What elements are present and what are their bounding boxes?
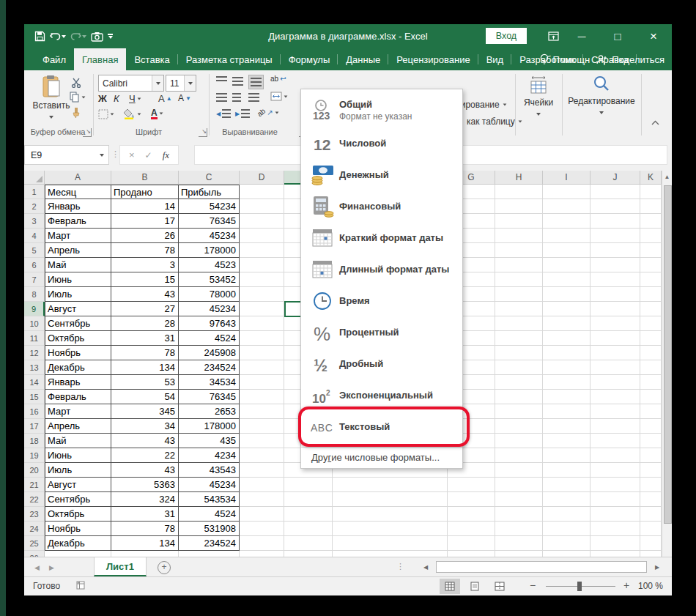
row-header-16[interactable]: 16 <box>24 404 45 419</box>
row-header-15[interactable]: 15 <box>24 390 45 404</box>
cell-K26[interactable] <box>640 551 662 557</box>
format-as-table-button[interactable]: как таблицу <box>467 116 522 127</box>
cell-I10[interactable] <box>543 316 591 331</box>
cell-D14[interactable] <box>240 375 284 390</box>
cell-K25[interactable] <box>640 536 662 551</box>
cell-H19[interactable] <box>495 448 543 463</box>
decrease-indent-button[interactable]: ◀ <box>216 109 231 118</box>
cell-I13[interactable] <box>543 360 591 375</box>
cell-K18[interactable] <box>640 434 662 448</box>
cell-A20[interactable]: Июль <box>45 463 111 478</box>
cell-J24[interactable] <box>591 522 640 536</box>
tab-bar-resize-handle[interactable]: ⋮ <box>396 562 404 571</box>
cell-I24[interactable] <box>543 522 591 536</box>
column-header-B[interactable]: B <box>111 171 179 185</box>
zoom-in-button[interactable]: + <box>623 579 629 591</box>
menu-item-number[interactable]: 12Числовой <box>301 127 462 159</box>
cell-K17[interactable] <box>640 419 662 434</box>
cell-H12[interactable] <box>495 346 543 360</box>
ribbon-tab-7[interactable]: Рецензирование <box>388 48 478 70</box>
cell-B5[interactable]: 78 <box>111 243 179 258</box>
ribbon-tab-1[interactable]: Файл <box>34 48 74 70</box>
cell-H10[interactable] <box>495 316 543 331</box>
cell-J14[interactable] <box>591 375 640 390</box>
cell-H21[interactable] <box>495 478 543 492</box>
cell-G24[interactable] <box>448 522 495 536</box>
cell-A21[interactable]: Август <box>45 478 111 492</box>
row-header-24[interactable]: 24 <box>24 522 45 536</box>
cell-B15[interactable]: 54 <box>111 390 179 404</box>
row-header-14[interactable]: 14 <box>24 375 45 390</box>
cell-I12[interactable] <box>543 346 591 360</box>
ribbon-tab-5[interactable]: Формулы <box>281 48 338 70</box>
row-header-1[interactable]: 1 <box>24 185 45 199</box>
cell-B26[interactable] <box>111 551 179 557</box>
cell-D4[interactable] <box>240 229 284 243</box>
row-header-11[interactable]: 11 <box>24 331 45 346</box>
cell-J13[interactable] <box>591 360 640 375</box>
cell-J2[interactable] <box>591 199 640 214</box>
cell-C10[interactable]: 97643 <box>179 316 240 331</box>
cell-B20[interactable]: 43 <box>111 463 179 478</box>
share-button[interactable]: Поделиться <box>596 54 664 65</box>
cell-A13[interactable]: Декабрь <box>45 360 111 375</box>
collapse-ribbon-button[interactable] <box>651 120 659 125</box>
cell-I3[interactable] <box>543 214 591 229</box>
cell-B8[interactable]: 43 <box>111 287 179 302</box>
menu-item-date-short[interactable]: Краткий формат даты <box>301 222 462 253</box>
row-header-20[interactable]: 20 <box>24 463 45 478</box>
help-assistant-button[interactable]: Помощн <box>540 53 591 65</box>
cell-A9[interactable]: Август <box>45 302 111 316</box>
paste-button[interactable]: Вставить <box>32 75 71 123</box>
minimize-button[interactable]: ─ <box>569 24 594 48</box>
row-header-5[interactable]: 5 <box>24 243 45 258</box>
cell-H15[interactable] <box>495 390 543 404</box>
cell-E26[interactable] <box>284 551 333 557</box>
cut-button[interactable] <box>71 78 82 88</box>
cancel-entry-icon[interactable]: × <box>129 149 135 160</box>
cell-J9[interactable] <box>591 302 640 316</box>
cell-K8[interactable] <box>640 287 662 302</box>
add-sheet-button[interactable]: + <box>158 561 171 574</box>
cell-D19[interactable] <box>240 448 284 463</box>
cell-J18[interactable] <box>591 434 640 448</box>
cell-C16[interactable]: 2653 <box>179 404 240 419</box>
cell-C9[interactable]: 45234 <box>179 302 240 316</box>
maximize-button[interactable]: □ <box>605 24 630 48</box>
cell-K3[interactable] <box>640 214 662 229</box>
cell-B3[interactable]: 17 <box>111 214 179 229</box>
row-header-4[interactable]: 4 <box>24 229 45 243</box>
cell-I11[interactable] <box>543 331 591 346</box>
cell-H17[interactable] <box>495 419 543 434</box>
cell-A19[interactable]: Июнь <box>45 448 111 463</box>
cell-B17[interactable]: 34 <box>111 419 179 434</box>
cell-I26[interactable] <box>543 551 591 557</box>
font-color-button[interactable]: А <box>151 108 163 119</box>
cell-H13[interactable] <box>495 360 543 375</box>
cell-A24[interactable]: Ноябрь <box>45 522 111 536</box>
italic-button[interactable]: К <box>114 93 127 104</box>
cell-H11[interactable] <box>495 331 543 346</box>
cell-I5[interactable] <box>543 243 591 258</box>
cell-J8[interactable] <box>591 287 640 302</box>
column-header-J[interactable]: J <box>591 171 640 185</box>
customize-qat-button[interactable] <box>108 34 113 39</box>
cell-C24[interactable]: 531908 <box>179 522 240 536</box>
cell-H22[interactable] <box>495 492 543 507</box>
cell-K11[interactable] <box>640 331 662 346</box>
row-header-3[interactable]: 3 <box>24 214 45 229</box>
cell-K10[interactable] <box>640 316 662 331</box>
increase-font-button[interactable]: A▲ <box>158 93 172 104</box>
cell-E24[interactable] <box>284 522 333 536</box>
cell-C21[interactable]: 45234 <box>179 478 240 492</box>
cell-B24[interactable]: 78 <box>111 522 179 536</box>
cell-K24[interactable] <box>640 522 662 536</box>
menu-item-date-long[interactable]: Длинный формат даты <box>301 253 462 285</box>
ribbon-tab-3[interactable]: Вставка <box>126 48 177 70</box>
cell-K19[interactable] <box>640 448 662 463</box>
cell-B9[interactable]: 27 <box>111 302 179 316</box>
menu-item-percent[interactable]: %Процентный <box>301 316 462 348</box>
row-header-26[interactable]: 26 <box>24 551 45 557</box>
cell-J1[interactable] <box>591 185 640 199</box>
cell-F25[interactable] <box>333 536 448 551</box>
